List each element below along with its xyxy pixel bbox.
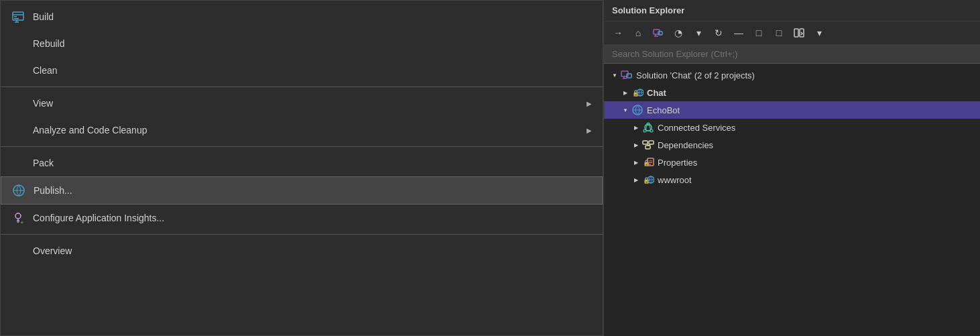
menu-item-view[interactable]: View ▶ — [1, 90, 603, 117]
svg-rect-23 — [627, 74, 631, 78]
echobot-expand-icon: ▼ — [620, 105, 631, 115]
build-icon — [9, 7, 27, 26]
tree-item-solution[interactable]: ▼ Solution 'Chat' (2 of 2 projects) — [604, 66, 980, 84]
collapse-button[interactable]: ― — [730, 24, 747, 42]
svg-point-31 — [644, 129, 646, 132]
overview-label: Overview — [33, 245, 592, 256]
menu-item-overview[interactable]: Overview — [1, 237, 603, 264]
tree-item-properties[interactable]: ▶ 🔒 Properties — [604, 154, 980, 171]
analyze-spacer — [9, 121, 27, 139]
solution-explorer-header: Solution Explorer — [604, 0, 980, 21]
tree-item-connected-services[interactable]: ▶ Connected Services — [604, 119, 980, 136]
solution-explorer-title: Solution Explorer — [612, 5, 684, 15]
dependencies-label: Dependencies — [658, 140, 713, 150]
vs-icon-button[interactable] — [650, 24, 667, 42]
echobot-globe-icon — [631, 103, 644, 117]
view-arrow: ▶ — [587, 100, 592, 107]
connected-services-label: Connected Services — [658, 123, 735, 133]
svg-rect-36 — [643, 141, 648, 144]
svg-rect-18 — [794, 29, 798, 37]
menu-item-build[interactable]: Build — [1, 3, 603, 30]
tree-item-wwwroot[interactable]: ▶ 🔒 wwwroot — [604, 171, 980, 188]
wwwroot-icon: 🔒 — [641, 173, 655, 186]
pane1-button[interactable]: □ — [750, 24, 768, 42]
separator-2 — [1, 146, 603, 147]
pane2-button[interactable]: □ — [770, 24, 788, 42]
configure-label: Configure Application Insights... — [33, 213, 592, 223]
svg-text:+: + — [20, 219, 23, 225]
svg-rect-17 — [658, 32, 662, 35]
split-dropdown-button[interactable] — [790, 24, 808, 42]
clean-spacer — [9, 61, 27, 80]
separator-1 — [1, 87, 603, 87]
view-spacer — [9, 94, 27, 113]
back-arrow-button[interactable]: → — [609, 24, 627, 42]
pack-label: Pack — [33, 158, 592, 168]
tree-item-dependencies[interactable]: ▶ Dependencies — [604, 136, 980, 154]
connected-expand-icon: ▶ — [631, 122, 641, 133]
chat-label: Chat — [647, 88, 666, 98]
menu-item-publish[interactable]: Publish... — [1, 176, 603, 205]
properties-icon: 🔒 — [641, 156, 655, 169]
svg-line-34 — [650, 125, 651, 130]
publish-icon — [9, 181, 28, 200]
svg-point-8 — [15, 213, 21, 219]
refresh-button[interactable]: ↻ — [710, 24, 727, 42]
wwwroot-expand-icon: ▶ — [631, 174, 641, 185]
se-tree: ▼ Solution 'Chat' (2 of 2 projects) ▶ 🔒 — [604, 64, 980, 336]
view-label: View — [33, 98, 587, 109]
history-dropdown-button[interactable]: ▾ — [690, 24, 707, 42]
wwwroot-label: wwwroot — [658, 175, 692, 185]
menu-item-clean[interactable]: Clean — [1, 57, 603, 84]
chat-expand-icon: ▶ — [620, 87, 631, 98]
chat-globe-lock-icon: 🔒 — [631, 86, 644, 99]
context-menu: Build Rebuild Clean View ▶ Analyze and C… — [0, 0, 603, 336]
menu-item-pack[interactable]: Pack — [1, 150, 603, 176]
search-input[interactable] — [609, 48, 975, 60]
menu-item-rebuild[interactable]: Rebuild — [1, 30, 603, 57]
menu-item-analyze[interactable]: Analyze and Code Cleanup ▶ — [1, 117, 603, 144]
separator-3 — [1, 234, 603, 235]
home-button[interactable]: ⌂ — [629, 24, 647, 42]
solution-explorer-panel: Solution Explorer → ⌂ ◔ ▾ ↻ ― □ □ ▾ — [603, 0, 980, 336]
dropdown3-button[interactable]: ▾ — [810, 24, 828, 42]
svg-line-33 — [646, 125, 648, 130]
analyze-label: Analyze and Code Cleanup — [33, 125, 587, 135]
dependencies-icon — [641, 138, 655, 152]
svg-rect-37 — [646, 146, 650, 149]
connected-services-icon — [641, 121, 655, 134]
history-button[interactable]: ◔ — [670, 24, 687, 42]
svg-rect-3 — [14, 18, 19, 19]
pack-spacer — [9, 154, 27, 172]
publish-label: Publish... — [34, 185, 591, 196]
rebuild-spacer — [9, 34, 27, 53]
analyze-arrow: ▶ — [587, 127, 592, 134]
properties-label: Properties — [658, 158, 697, 168]
tree-item-chat[interactable]: ▶ 🔒 Chat — [604, 84, 980, 101]
solution-icon — [620, 68, 633, 82]
clean-label: Clean — [33, 65, 592, 76]
se-search-bar[interactable] — [604, 45, 980, 64]
build-label: Build — [33, 11, 592, 22]
properties-expand-icon: ▶ — [631, 157, 641, 168]
solution-expand-icon: ▼ — [609, 70, 620, 80]
menu-item-configure[interactable]: + Configure Application Insights... — [1, 205, 603, 231]
tree-item-echobot[interactable]: ▼ EchoBot — [604, 101, 980, 119]
overview-spacer — [9, 241, 27, 260]
solution-label: Solution 'Chat' (2 of 2 projects) — [636, 70, 755, 80]
svg-rect-2 — [14, 16, 17, 17]
dependencies-expand-icon: ▶ — [631, 139, 641, 150]
configure-icon: + — [9, 209, 27, 227]
svg-rect-38 — [649, 141, 654, 144]
se-toolbar: → ⌂ ◔ ▾ ↻ ― □ □ ▾ — [604, 21, 980, 45]
rebuild-label: Rebuild — [33, 38, 592, 49]
echobot-label: EchoBot — [647, 105, 680, 115]
svg-point-32 — [650, 129, 653, 132]
